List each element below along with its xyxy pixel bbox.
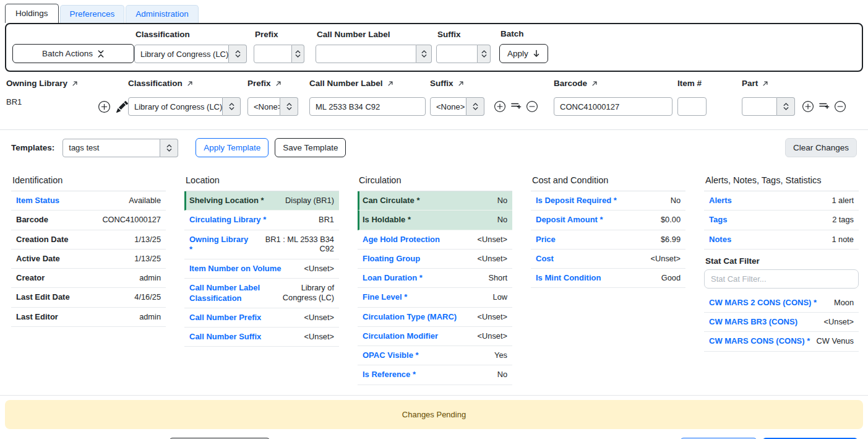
field-value: Short	[488, 273, 507, 283]
batch-suffix-input[interactable]	[436, 45, 478, 63]
field-label[interactable]: Circulating Library *	[189, 215, 266, 225]
field-label[interactable]: Is Holdable *	[363, 215, 411, 225]
field-label[interactable]: Is Mint Condition	[536, 273, 601, 283]
field-label[interactable]: Deposit Amount *	[536, 215, 603, 225]
spinner-icon[interactable]	[229, 45, 247, 63]
add-item-row-button[interactable]	[802, 101, 814, 112]
field-value: 1/13/25	[134, 254, 161, 264]
batch-call-number-label-input[interactable]	[316, 45, 416, 63]
field-label[interactable]: Circulation Modifier	[363, 331, 438, 341]
templates-select[interactable]: tags test	[62, 139, 178, 157]
add-call-number-button[interactable]	[98, 101, 110, 113]
tab-administration[interactable]: Administration	[126, 5, 199, 23]
arrow-up-right-icon[interactable]	[458, 80, 464, 87]
field-value: $6.99	[661, 235, 681, 245]
field-value: 1/13/25	[134, 235, 161, 245]
spinner-icon[interactable]	[466, 97, 484, 116]
top-tabs: Holdings Preferences Administration	[0, 0, 868, 23]
arrow-up-right-icon[interactable]	[187, 80, 193, 87]
spinner-icon[interactable]	[416, 45, 432, 63]
field-label[interactable]: Cost	[536, 254, 554, 264]
circulation-title: Circulation	[358, 173, 512, 191]
field-label[interactable]: Can Circulate *	[363, 196, 419, 206]
field-value: BR1 : ML 2533 B34 C92	[254, 235, 334, 254]
field-row: Item Number on Volume <Unset>	[184, 259, 339, 279]
field-label[interactable]: Alerts	[709, 196, 732, 206]
spinner-icon[interactable]	[777, 97, 795, 116]
edit-call-number-button[interactable]	[116, 101, 128, 113]
batch-actions-button[interactable]: Batch Actions	[12, 44, 134, 63]
prefix-select[interactable]: <None>	[247, 97, 298, 116]
field-row: Age Hold Protection <Unset>	[358, 230, 512, 250]
field-row: Item Status Available	[11, 191, 166, 211]
batch-classification-select[interactable]: Library of Congress (LC)	[134, 45, 247, 63]
part-select[interactable]	[742, 97, 795, 116]
suffix-select[interactable]: <None>	[430, 97, 484, 116]
call-number-label-input[interactable]	[309, 97, 426, 116]
field-label[interactable]: Loan Duration *	[363, 273, 423, 283]
field-label[interactable]: CW MARS CONS (CONS) *	[709, 336, 810, 346]
field-row: Owning Library * BR1 : ML 2533 B34 C92	[184, 230, 339, 260]
field-label[interactable]: CW MARS 2 CONS (CONS) *	[709, 298, 817, 308]
batch-prefix-input[interactable]	[254, 45, 292, 63]
field-row: Alerts 1 alert	[704, 191, 859, 211]
field-label[interactable]: Shelving Location *	[189, 196, 264, 206]
field-label[interactable]: Call Number Suffix	[189, 332, 261, 342]
add-many-call-numbers-button[interactable]	[510, 102, 522, 111]
field-value: <Unset>	[824, 317, 854, 327]
batch-call-number-label-header: Call Number Label	[317, 30, 432, 39]
field-row: Is Mint Condition Good	[531, 269, 685, 288]
barcode-input[interactable]	[554, 97, 672, 116]
field-label[interactable]: Fine Level *	[363, 292, 407, 302]
arrow-up-right-icon[interactable]	[387, 80, 393, 87]
save-template-button[interactable]: Save Template	[275, 138, 346, 157]
field-label[interactable]: OPAC Visible *	[363, 350, 419, 360]
item-number-input[interactable]	[677, 97, 707, 116]
field-label[interactable]: Is Reference *	[363, 370, 416, 380]
field-label: Creator	[16, 273, 45, 283]
remove-call-number-row-button[interactable]	[526, 101, 538, 112]
spinner-icon[interactable]	[292, 45, 304, 63]
field-row: Creator admin	[11, 269, 166, 288]
field-label[interactable]: Tags	[709, 215, 727, 225]
field-value: No	[497, 370, 507, 380]
field-label[interactable]: Owning Library *	[189, 235, 249, 255]
field-label[interactable]: Item Number on Volume	[189, 264, 281, 274]
tab-preferences[interactable]: Preferences	[60, 5, 125, 23]
field-row-changed: Is Holdable * No	[358, 211, 512, 230]
field-label[interactable]: CW MARS BR3 (CONS)	[709, 317, 797, 327]
field-value: No	[671, 196, 681, 206]
remove-item-row-button[interactable]	[835, 101, 846, 112]
changes-pending-text: Changes Pending	[402, 410, 466, 419]
field-label[interactable]: Item Status	[16, 196, 59, 206]
stat-cat-filter-input[interactable]	[704, 269, 859, 289]
arrow-up-right-icon[interactable]	[762, 80, 768, 87]
arrow-up-right-icon[interactable]	[72, 80, 78, 87]
footer-bar: Print Labels? Use Checkdigit Generate Ba…	[0, 433, 868, 439]
spinner-icon[interactable]	[280, 97, 298, 116]
field-label[interactable]: Floating Group	[363, 254, 420, 264]
field-label[interactable]: Call Number Prefix	[189, 313, 261, 323]
field-value: No	[497, 215, 507, 225]
field-label[interactable]: Is Deposit Required *	[536, 196, 617, 206]
clear-changes-button[interactable]: Clear Changes	[785, 138, 857, 157]
field-label[interactable]: Price	[536, 235, 556, 245]
spinner-icon[interactable]	[223, 97, 241, 116]
field-row: Last Editor admin	[11, 308, 166, 327]
spinner-icon[interactable]	[160, 139, 178, 157]
apply-batch-button[interactable]: Apply	[499, 44, 548, 63]
header-owning-library: Owning Library	[6, 79, 67, 88]
arrow-up-right-icon[interactable]	[591, 80, 598, 87]
classification-select[interactable]: Library of Congress (LC)	[128, 97, 241, 116]
tab-holdings[interactable]: Holdings	[5, 4, 59, 23]
field-label[interactable]: Age Hold Protection	[363, 235, 440, 245]
field-label[interactable]: Notes	[709, 235, 731, 245]
location-title: Location	[184, 173, 339, 191]
field-label[interactable]: Call Number Label Classification	[189, 283, 272, 303]
add-many-item-rows-button[interactable]	[819, 102, 830, 111]
field-label[interactable]: Circulation Type (MARC)	[363, 312, 457, 322]
arrow-up-right-icon[interactable]	[275, 80, 281, 87]
spinner-icon[interactable]	[478, 45, 491, 63]
add-call-number-row-button[interactable]	[494, 101, 505, 112]
apply-template-button[interactable]: Apply Template	[196, 138, 269, 157]
